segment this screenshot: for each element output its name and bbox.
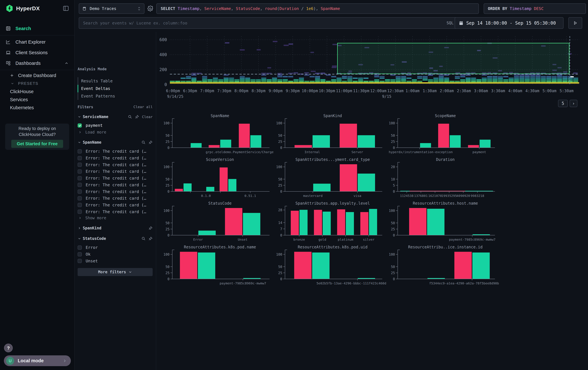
- local-mode-button[interactable]: U Local mode: [4, 355, 71, 366]
- clear-group-button[interactable]: Clear: [142, 115, 153, 119]
- pin-icon[interactable]: [148, 140, 153, 144]
- filter-option-row[interactable]: Unset: [78, 258, 153, 264]
- filter-option-row[interactable]: Error: [78, 244, 153, 251]
- checkbox[interactable]: [78, 183, 82, 187]
- search-icon[interactable]: [141, 237, 146, 241]
- get-started-button[interactable]: Get Started for Free: [11, 140, 63, 148]
- delta-chart-scopeversion[interactable]: ScopeVersion025501000.1.00.51.1: [164, 155, 276, 199]
- pin-icon[interactable]: [148, 226, 153, 230]
- checkbox[interactable]: [78, 196, 82, 200]
- dashboards-grid-icon: [6, 61, 11, 66]
- chart-x-label: payment-7985c8969c-mwmw7: [449, 238, 495, 241]
- sidebar-presets-toggle[interactable]: PRESETS: [0, 80, 74, 88]
- checkbox[interactable]: [78, 245, 82, 250]
- sidebar-item-search[interactable]: Search: [0, 23, 74, 34]
- delta-chart-statuscode[interactable]: StatusCode02550100ErrorUnset: [164, 199, 276, 242]
- checkbox[interactable]: [78, 170, 82, 174]
- chevron-right-icon: [78, 216, 82, 220]
- sidebar-item-client-sessions[interactable]: Client Sessions: [0, 47, 74, 58]
- filter-option-row[interactable]: Error: The credit card (…: [78, 148, 153, 155]
- chart-y-label: 10: [391, 178, 395, 181]
- run-query-button[interactable]: [568, 17, 582, 29]
- sidebar-collapse-icon[interactable]: [63, 6, 69, 11]
- gear-icon[interactable]: [147, 6, 153, 12]
- sql-mode-option[interactable]: SQL: [447, 21, 453, 25]
- chart-title: SpanAttributes...yment.card_type: [295, 157, 370, 162]
- next-page-button[interactable]: ›: [570, 100, 577, 107]
- filter-group-header-servicename[interactable]: ServiceNameClear: [78, 113, 153, 120]
- checkbox[interactable]: [78, 156, 82, 160]
- load-more-button[interactable]: Show more: [78, 215, 106, 221]
- page-number-button[interactable]: 5: [558, 100, 568, 107]
- chart-title: StatusCode: [208, 201, 232, 206]
- search-input[interactable]: Search your events w/ Lucene ex. column:…: [79, 17, 479, 29]
- search-icon[interactable]: [128, 115, 132, 119]
- filter-option-row[interactable]: Ok: [78, 251, 153, 258]
- crosshair-handle[interactable]: [570, 76, 574, 77]
- filter-option-row[interactable]: Error: The credit card (…: [78, 202, 153, 209]
- filter-group-header-spanname[interactable]: SpanName: [78, 139, 153, 146]
- filter-option-row[interactable]: Error: The credit card (…: [78, 168, 153, 175]
- order-by-editor[interactable]: ORDER BY Timestamp DESC: [484, 3, 586, 14]
- sidebar-item-label: Client Sessions: [15, 50, 48, 55]
- sql-select-editor[interactable]: SELECT Timestamp, ServiceName, StatusCod…: [156, 3, 479, 14]
- delta-chart-duration[interactable]: Duration05102011245381376801162107019935…: [389, 155, 502, 199]
- analysis-mode-option[interactable]: Results Table: [78, 77, 153, 85]
- delta-chart-resourceattributes-k8s-pod-name[interactable]: ResourceAttributes.k8s.pod.name02550100p…: [164, 242, 276, 286]
- delta-chart-spankind[interactable]: SpanKind02550100InternalServer: [276, 111, 389, 155]
- checkbox[interactable]: [78, 259, 82, 263]
- analysis-mode-option[interactable]: Event Patterns: [78, 92, 153, 100]
- delta-chart-resourceattributes-k8s-pod-uid[interactable]: ResourceAttributes.k8s.pod.uid025501005e…: [276, 242, 389, 286]
- filter-group-header-statuscode[interactable]: StatusCode: [78, 235, 153, 242]
- date-range-picker[interactable]: Sep 14 18:00:00 - Sep 15 05:30:00: [455, 17, 564, 29]
- chart-x-label: mastercard: [303, 194, 323, 198]
- checkbox[interactable]: [78, 252, 82, 256]
- checkbox-checked[interactable]: [78, 123, 82, 128]
- filter-option-row[interactable]: Error: The credit card (…: [78, 208, 153, 215]
- pin-icon[interactable]: [148, 237, 153, 241]
- clickhouse-cloud-promo-card: Ready to deploy onClickHouse Cloud? Get …: [5, 124, 69, 150]
- sidebar-item-kubernetes[interactable]: Kubernetes: [0, 104, 74, 112]
- search-icon[interactable]: [141, 140, 146, 144]
- filter-option-row[interactable]: Error: The credit card (…: [78, 188, 153, 195]
- delta-chart-spanattributes-yment-card-type[interactable]: SpanAttributes...yment.card_type02550100…: [276, 155, 389, 199]
- chart-y-label: 7: [280, 227, 282, 231]
- delta-chart-spanattributes-app-loyalty-level[interactable]: SpanAttributes.app.loyalty.level071428br…: [276, 199, 389, 242]
- sidebar-item-create-dashboard[interactable]: Create Dashboard: [0, 71, 74, 80]
- delta-chart-spanname[interactable]: SpanName02550100grpc.oteldemo.PaymentSer…: [164, 111, 276, 155]
- more-filters-button[interactable]: More filters: [78, 268, 153, 276]
- sidebar-item-chart-explorer[interactable]: Chart Explorer: [0, 37, 74, 47]
- filter-option-row[interactable]: Error: The credit card (…: [78, 182, 153, 188]
- chart-y-label: 100: [276, 121, 282, 125]
- checkbox[interactable]: [78, 190, 82, 194]
- filter-group-header-spankind[interactable]: SpanKind: [78, 225, 153, 232]
- analysis-mode-option[interactable]: Event Deltas: [78, 85, 153, 92]
- chart-y-label: 100: [389, 209, 395, 213]
- delta-chart-resourceattribu-ice-instance-id[interactable]: ResourceAttribu..ice.instance.id02550100…: [389, 242, 502, 286]
- sidebar-item-clickhouse[interactable]: ClickHouse: [0, 88, 74, 96]
- delta-chart-resourceattributes-host-name[interactable]: ResourceAttributes.host.name02550100paym…: [389, 199, 502, 242]
- selection-rectangle[interactable]: [337, 43, 569, 74]
- sidebar-item-dashboards[interactable]: Dashboards: [0, 58, 74, 69]
- filter-option-row[interactable]: Error: The credit card (…: [78, 175, 153, 182]
- filter-option-row[interactable]: Error: The credit card (…: [78, 161, 153, 168]
- heatmap-svg[interactable]: 02004006006:00pm6:30pm7:00pm7:30pm8:00pm…: [156, 32, 587, 109]
- checkbox[interactable]: [78, 163, 82, 167]
- calendar-icon: [459, 21, 463, 25]
- delta-chart-scopename[interactable]: ScopeName02550100@hyperdx/instrumentatio…: [389, 111, 502, 155]
- help-button[interactable]: ?: [4, 344, 13, 352]
- filter-option-row[interactable]: payment: [78, 122, 153, 129]
- filter-option-row[interactable]: Error: The credit card (…: [78, 195, 153, 202]
- source-select[interactable]: Demo Traces: [79, 3, 144, 14]
- query-token: Duration: [280, 6, 299, 11]
- load-more-button[interactable]: Load more: [78, 129, 106, 136]
- filter-option-row[interactable]: Error: The credit card (…: [78, 155, 153, 161]
- pin-icon[interactable]: [135, 115, 139, 119]
- checkbox[interactable]: [78, 176, 82, 180]
- checkbox[interactable]: [78, 203, 82, 207]
- checkbox[interactable]: [78, 149, 82, 153]
- clear-all-button[interactable]: Clear all: [134, 105, 153, 109]
- checkbox[interactable]: [78, 210, 82, 214]
- sidebar-item-services[interactable]: Services: [0, 96, 74, 104]
- chart-x-label: Error: [193, 238, 203, 241]
